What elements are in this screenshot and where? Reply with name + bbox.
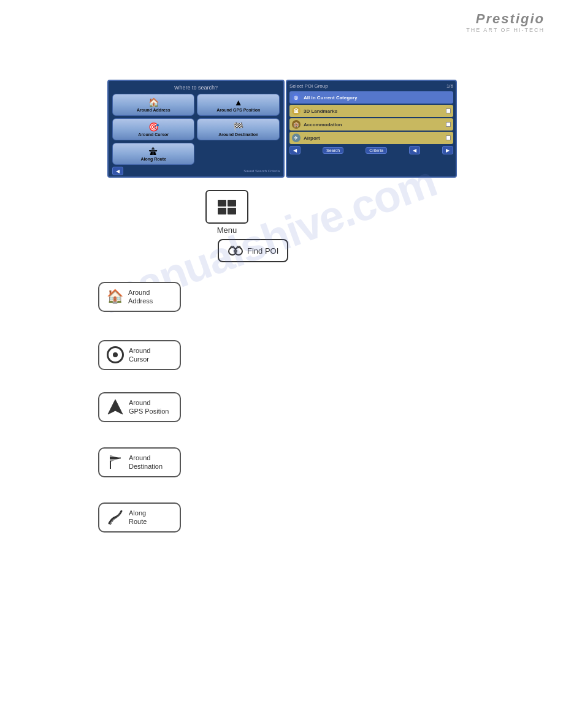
grid-cell-3 xyxy=(218,208,226,214)
svg-rect-7 xyxy=(110,459,121,461)
select-poi-group-panel: Select POI Group 1/6 ◎ All in Current Ca… xyxy=(286,80,457,178)
flag-icon: 🏁 xyxy=(233,122,243,132)
around-address-button[interactable]: 🏠 Around Address xyxy=(98,282,181,312)
find-poi-section: Find POI xyxy=(218,239,288,262)
around-gps-text: AroundGPS Position xyxy=(129,398,169,416)
screenshot-along-route-btn[interactable]: 🛣 Along Route xyxy=(112,143,194,165)
around-gps-button[interactable]: AroundGPS Position xyxy=(98,392,181,422)
svg-rect-5 xyxy=(110,455,121,457)
poi-accommodation-checkbox[interactable] xyxy=(446,122,451,127)
around-gps-label: Around GPS Position xyxy=(216,108,260,112)
svg-rect-6 xyxy=(110,457,121,459)
right-panel-header: Select POI Group 1/6 xyxy=(289,83,453,89)
poi-accommodation[interactable]: 🏨 Accommodation xyxy=(289,118,453,131)
left-panel-nav: ◀ Saved Search Criteria xyxy=(112,167,280,175)
where-to-search-panel: Where to search? 🏠 Around Address ▲ Arou… xyxy=(107,80,285,178)
cursor-icon: 🎯 xyxy=(148,122,159,132)
around-address-text: Around Address xyxy=(128,288,172,306)
left-panel-grid: 🏠 Around Address ▲ Around GPS Position 🎯… xyxy=(112,94,280,165)
page-indicator: 1/6 xyxy=(446,83,453,89)
poi-accommodation-label: Accommodation xyxy=(304,122,342,127)
around-cursor-button[interactable]: Around Cursor xyxy=(98,340,181,370)
poi-3d-checkbox[interactable] xyxy=(446,108,451,113)
around-destination-label: Around Destination xyxy=(218,132,258,137)
around-gps-arrow-icon xyxy=(107,398,124,415)
poi-airport-checkbox[interactable] xyxy=(446,135,451,140)
screenshot-area: Where to search? 🏠 Around Address ▲ Arou… xyxy=(107,80,457,178)
around-destination-flag-icon xyxy=(107,453,124,471)
grid-cell-4 xyxy=(228,208,236,214)
poi-airport-icon: ✈ xyxy=(292,134,301,142)
poi-all-label: All in Current Category xyxy=(304,95,358,100)
left-arrow-btn[interactable]: ◀ xyxy=(112,167,123,175)
rp-next-btn[interactable]: ▶ xyxy=(442,146,453,154)
route-icon: 🛣 xyxy=(149,146,158,156)
gps-arrow-icon: ▲ xyxy=(234,97,243,107)
menu-grid-icon xyxy=(218,200,236,214)
house-icon: 🏠 xyxy=(148,97,159,107)
around-cursor-target-icon xyxy=(107,346,124,363)
brand-tagline: THE ART OF HI-TECH xyxy=(466,27,545,33)
screenshot-around-address-btn[interactable]: 🏠 Around Address xyxy=(112,94,194,116)
rp-prev-btn[interactable]: ◀ xyxy=(409,146,420,154)
grid-cell-1 xyxy=(218,200,226,207)
right-panel-title-text: Select POI Group xyxy=(289,83,328,89)
left-panel-title: Where to search? xyxy=(112,85,280,91)
around-cursor-label: Around Cursor xyxy=(138,132,169,137)
along-route-button[interactable]: AlongRoute xyxy=(98,502,181,533)
screenshot-around-gps-btn[interactable]: ▲ Around GPS Position xyxy=(197,94,280,116)
around-address-label: Around Address xyxy=(137,108,170,112)
menu-label: Menu xyxy=(217,226,237,235)
poi-all-current[interactable]: ◎ All in Current Category xyxy=(289,91,453,104)
screenshot-around-destination-btn[interactable]: 🏁 Around Destination xyxy=(197,118,280,140)
poi-airport-label: Airport xyxy=(304,135,320,141)
screenshot-around-cursor-btn[interactable]: 🎯 Around Cursor xyxy=(112,118,194,140)
poi-airport[interactable]: ✈ Airport xyxy=(289,132,453,144)
grid-cell-2 xyxy=(228,200,236,207)
around-destination-button[interactable]: AroundDestination xyxy=(98,447,181,477)
poi-accommodation-icon: 🏨 xyxy=(292,120,301,129)
binoculars-icon xyxy=(228,244,243,257)
brand-logo: Prestigio THE ART OF HI-TECH xyxy=(466,11,545,33)
around-destination-text: AroundDestination xyxy=(129,453,163,471)
menu-section: Menu xyxy=(205,190,248,235)
poi-all-icon: ◎ xyxy=(292,93,301,102)
along-route-road-icon xyxy=(107,509,124,526)
saved-criteria-label: Saved Search Criteria xyxy=(243,169,280,173)
around-address-house-icon: 🏠 xyxy=(107,289,123,305)
poi-3d-icon: 🏛 xyxy=(292,107,301,115)
along-route-label: Along Route xyxy=(140,157,166,161)
brand-name: Prestigio xyxy=(466,11,545,27)
criteria-btn[interactable]: Criteria xyxy=(366,147,387,154)
poi-3d-landmarks[interactable]: 🏛 3D Landmarks xyxy=(289,105,453,117)
right-panel-nav: ◀ Search Criteria ◀ ▶ xyxy=(289,146,453,154)
svg-rect-2 xyxy=(234,250,237,252)
poi-3d-label: 3D Landmarks xyxy=(304,108,337,114)
rp-back-btn[interactable]: ◀ xyxy=(289,146,301,154)
find-poi-label: Find POI xyxy=(247,246,278,256)
along-route-text: AlongRoute xyxy=(129,509,147,526)
svg-marker-3 xyxy=(108,400,123,414)
find-poi-button[interactable]: Find POI xyxy=(218,239,288,262)
menu-button[interactable] xyxy=(205,190,248,224)
search-btn[interactable]: Search xyxy=(323,147,343,154)
around-cursor-text: Around Cursor xyxy=(129,346,172,364)
